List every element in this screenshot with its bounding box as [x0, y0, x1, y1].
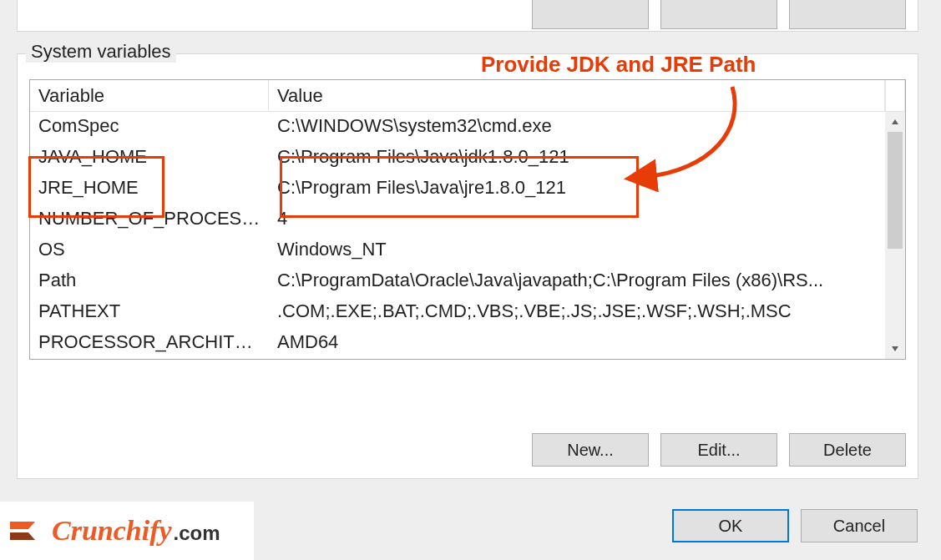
- user-edit-button[interactable]: [660, 0, 777, 29]
- column-header-variable[interactable]: Variable: [30, 80, 269, 111]
- cell-variable: JRE_HOME: [30, 174, 269, 204]
- annotation-label: Provide JDK and JRE Path: [481, 52, 756, 78]
- user-variables-group: [17, 0, 918, 32]
- scroll-up-icon[interactable]: [885, 112, 905, 132]
- cell-value: Windows_NT: [269, 235, 885, 266]
- cell-variable: ComSpec: [30, 112, 269, 143]
- column-header-scroll-spacer: [885, 80, 905, 111]
- cell-variable: PATHEXT: [30, 297, 269, 328]
- column-header-value[interactable]: Value: [269, 80, 885, 111]
- cell-variable: OS: [30, 235, 269, 266]
- vertical-scrollbar[interactable]: [885, 112, 905, 359]
- cell-variable: JAVA_HOME: [30, 143, 269, 174]
- cell-value: .COM;.EXE;.BAT;.CMD;.VBS;.VBE;.JS;.JSE;.…: [269, 297, 885, 328]
- table-row[interactable]: JRE_HOME C:\Program Files\Java\jre1.8.0_…: [30, 174, 885, 204]
- logo-word: Crunchify: [52, 515, 172, 547]
- crunchify-mark-icon: [8, 516, 45, 546]
- table-row[interactable]: OS Windows_NT: [30, 235, 885, 266]
- crunchify-logo: Crunchify .com: [0, 502, 254, 560]
- table-row[interactable]: PATHEXT .COM;.EXE;.BAT;.CMD;.VBS;.VBE;.J…: [30, 297, 885, 328]
- table-row[interactable]: NUMBER_OF_PROCESSORS 4: [30, 204, 885, 235]
- cell-variable: NUMBER_OF_PROCESSORS: [30, 204, 269, 235]
- ok-button[interactable]: OK: [672, 509, 789, 542]
- user-new-button[interactable]: [532, 0, 649, 29]
- cell-value: C:\ProgramData\Oracle\Java\javapath;C:\P…: [269, 266, 885, 297]
- cell-value: AMD64: [269, 328, 885, 359]
- cell-value: C:\Program Files\Java\jdk1.8.0_121: [269, 143, 885, 174]
- edit-button[interactable]: Edit...: [660, 433, 777, 467]
- scroll-thumb[interactable]: [888, 132, 903, 249]
- table-row[interactable]: JAVA_HOME C:\Program Files\Java\jdk1.8.0…: [30, 143, 885, 174]
- system-variables-listview[interactable]: Variable Value ComSpec C:\WINDOWS\system…: [29, 79, 906, 360]
- table-row[interactable]: ComSpec C:\WINDOWS\system32\cmd.exe: [30, 112, 885, 143]
- listview-rows: ComSpec C:\WINDOWS\system32\cmd.exe JAVA…: [30, 112, 885, 359]
- cell-value: C:\WINDOWS\system32\cmd.exe: [269, 112, 885, 143]
- cancel-button[interactable]: Cancel: [801, 509, 918, 542]
- logo-tld: .com: [174, 522, 220, 545]
- cell-value: C:\Program Files\Java\jre1.8.0_121: [269, 174, 885, 204]
- user-delete-button[interactable]: [789, 0, 906, 29]
- listview-header: Variable Value: [30, 80, 905, 112]
- cell-variable: Path: [30, 266, 269, 297]
- system-variables-legend: System variables: [26, 41, 176, 63]
- scroll-down-icon[interactable]: [885, 339, 905, 359]
- delete-button[interactable]: Delete: [789, 433, 906, 467]
- table-row[interactable]: Path C:\ProgramData\Oracle\Java\javapath…: [30, 266, 885, 297]
- cell-value: 4: [269, 204, 885, 235]
- system-variables-group: System variables Variable Value ComSpec …: [17, 53, 918, 479]
- table-row[interactable]: PROCESSOR_ARCHITECTURE AMD64: [30, 328, 885, 359]
- new-button[interactable]: New...: [532, 433, 649, 467]
- cell-variable: PROCESSOR_ARCHITECTURE: [30, 328, 269, 359]
